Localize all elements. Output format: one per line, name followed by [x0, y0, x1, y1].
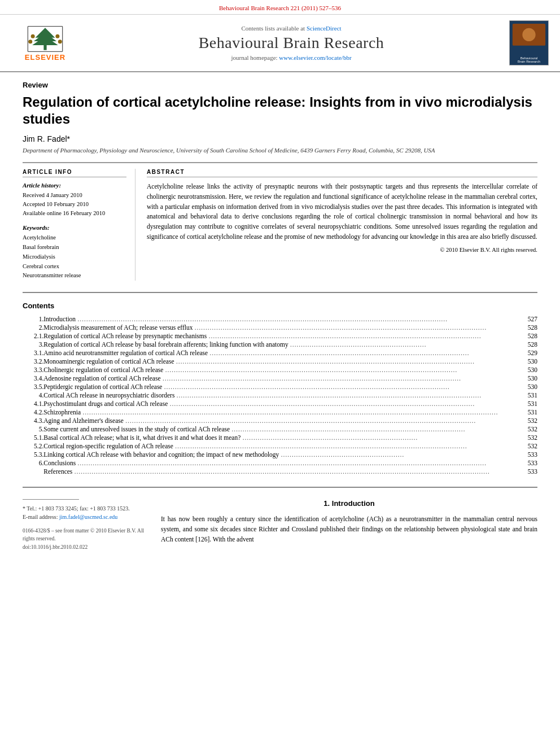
toc-page: 532 — [518, 416, 537, 425]
toc-item-2: 2. Microdialysis measurement of ACh; rel… — [23, 323, 537, 331]
sciencedirect-link[interactable]: ScienceDirect — [307, 25, 342, 32]
svg-text:Brain Research: Brain Research — [518, 60, 540, 63]
toc-title: Conclusions …………………………………………………………………………… — [43, 458, 518, 467]
issn-line: 0166-4328/$ – see front matter © 2010 El… — [23, 527, 147, 551]
svg-point-14 — [522, 28, 535, 41]
journal-header: ELSEVIER Contents lists available at Sci… — [0, 15, 560, 72]
toc-item-5-1: 5.1. Basal cortical ACh release; what is… — [23, 433, 537, 442]
abstract-text: Acetylcholine release links the activity… — [147, 182, 537, 242]
abstract-copyright: © 2010 Elsevier B.V. All rights reserved… — [147, 247, 537, 253]
journal-homepage-line: journal homepage: www.elsevier.com/locat… — [79, 54, 504, 61]
toc-page: 530 — [518, 357, 537, 365]
toc-num: 4.1. — [23, 399, 43, 408]
toc-page: 531 — [518, 408, 537, 416]
toc-page: 531 — [518, 399, 537, 408]
toc-num: 3.1. — [23, 348, 43, 357]
keyword-4: Cerebral cortex — [23, 262, 126, 272]
article-authors: Jim R. Fadel* — [23, 134, 537, 143]
intro-heading: 1. Introduction — [161, 499, 537, 508]
article-meta-row: ARTICLE INFO Article history: Received 4… — [23, 162, 537, 281]
toc-page: 533 — [518, 467, 537, 475]
footnote-email-link[interactable]: jim.fadel@uscmed.sc.edu — [59, 514, 117, 520]
journal-top-bar: Behavioural Brain Research 221 (2011) 52… — [0, 0, 560, 15]
toc-page: 532 — [518, 425, 537, 433]
toc-item-3-3: 3.3. Cholinergic regulation of cortical … — [23, 365, 537, 374]
toc-item-3-1: 3.1. Amino acid neurotransmitter regulat… — [23, 348, 537, 357]
toc-num: 1. — [23, 314, 43, 323]
toc-item-5-3: 5.3. Linking cortical ACh release with b… — [23, 450, 537, 458]
footnote-email: E-mail address: jim.fadel@uscmed.sc.edu — [23, 513, 147, 521]
toc-num: 5.3. — [23, 450, 43, 458]
section-divider-1 — [23, 292, 537, 293]
svg-point-6 — [28, 40, 32, 43]
toc-item-4-3: 4.3. Aging and Alzheimer's disease ……………… — [23, 416, 537, 425]
toc-item-5-2: 5.2. Cortical region-specific regulation… — [23, 442, 537, 450]
journal-url[interactable]: www.elsevier.com/locate/bbr — [279, 54, 351, 61]
toc-item-6: 6. Conclusions …………………………………………………………………… — [23, 458, 537, 467]
toc-page: 530 — [518, 365, 537, 374]
two-col-section: * Tel.: +1 803 733 3245; fax: +1 803 733… — [23, 499, 537, 551]
svg-point-4 — [31, 34, 35, 38]
toc-title: Microdialysis measurement of ACh; releas… — [43, 323, 518, 331]
toc-item-4-2: 4.2. Schizophrenia ………………………………………………………… — [23, 408, 537, 416]
journal-cover-image: Behavioural Brain Research — [509, 20, 549, 65]
toc-num: 2.1. — [23, 331, 43, 340]
journal-title-area: Contents lists available at ScienceDirec… — [79, 25, 504, 61]
journal-citation-link[interactable]: Behavioural Brain Research 221 (2011) 52… — [219, 5, 341, 11]
toc-item-3: 3. Regulation of cortical ACh release by… — [23, 340, 537, 348]
toc-item-references: References ……………………………………………………………………………… — [23, 467, 537, 475]
svg-point-7 — [58, 40, 62, 43]
keyword-3: Microdialysis — [23, 252, 126, 262]
toc-num: 5. — [23, 425, 43, 433]
abstract-section: ABSTRACT Acetylcholine release links the… — [147, 169, 537, 281]
toc-title: Some current and unresolved issues in th… — [43, 425, 518, 433]
elsevier-logo: ELSEVIER — [11, 25, 79, 62]
toc-num: 4. — [23, 391, 43, 399]
toc-item-1: 1. Introduction ………………………………………………………………… — [23, 314, 537, 323]
contents-available-line: Contents lists available at ScienceDirec… — [79, 25, 504, 32]
toc-page: 533 — [518, 458, 537, 467]
toc-page: 530 — [518, 374, 537, 382]
toc-title: Introduction ………………………………………………………………………… — [43, 314, 518, 323]
toc-num: 3. — [23, 340, 43, 348]
contents-heading: Contents — [23, 302, 537, 310]
keyword-2: Basal forebrain — [23, 243, 126, 252]
toc-page: 527 — [518, 314, 537, 323]
toc-page: 532 — [518, 433, 537, 442]
toc-item-2-1: 2.1. Regulation of cortical ACh release … — [23, 331, 537, 340]
toc-title: Monoaminergic regulation of cortical ACh… — [43, 357, 518, 365]
toc-title: Basal cortical ACh release; what is it, … — [43, 433, 518, 442]
toc-page: 530 — [518, 382, 537, 391]
toc-num: 3.3. — [23, 365, 43, 374]
keyword-1: Acetylcholine — [23, 233, 126, 243]
toc-title: Cholinergic regulation of cortical ACh r… — [43, 365, 518, 374]
article-affiliation: Department of Pharmacology, Physiology a… — [23, 147, 537, 154]
bottom-divider — [23, 487, 537, 488]
keywords-section: Keywords: Acetylcholine Basal forebrain … — [23, 224, 126, 281]
introduction-col: 1. Introduction It has now been roughly … — [161, 499, 537, 551]
toc-page: 528 — [518, 331, 537, 340]
toc-title: Aging and Alzheimer's disease …………………………… — [43, 416, 518, 425]
toc-page: 528 — [518, 340, 537, 348]
toc-num — [23, 467, 43, 475]
toc-title: Psychostimulant drugs and cortical ACh r… — [43, 399, 518, 408]
toc-num: 5.2. — [23, 442, 43, 450]
toc-item-3-4: 3.4. Adenosine regulation of cortical AC… — [23, 374, 537, 382]
toc-item-4-1: 4.1. Psychostimulant drugs and cortical … — [23, 399, 537, 408]
publisher-logo-area: ELSEVIER — [11, 25, 79, 62]
toc-num: 2. — [23, 323, 43, 331]
toc-num: 4.2. — [23, 408, 43, 416]
keywords-heading: Keywords: — [23, 224, 126, 231]
article-info-heading: ARTICLE INFO — [23, 169, 126, 177]
toc-title: Amino acid neurotransmitter regulation o… — [43, 348, 518, 357]
toc-title: Adenosine regulation of cortical ACh rel… — [43, 374, 518, 382]
toc-page: 528 — [518, 323, 537, 331]
table-of-contents: 1. Introduction ………………………………………………………………… — [23, 314, 537, 475]
abstract-heading: ABSTRACT — [147, 169, 537, 177]
intro-paragraph: It has now been roughly a century since … — [161, 514, 537, 544]
toc-title: Peptidergic regulation of cortical ACh r… — [43, 382, 518, 391]
toc-num: 5.1. — [23, 433, 43, 442]
footnote-tel-fax: * Tel.: +1 803 733 3245; fax: +1 803 733… — [23, 504, 147, 513]
contents-section: Contents 1. Introduction ………………………………………… — [23, 302, 537, 475]
toc-num: 4.3. — [23, 416, 43, 425]
